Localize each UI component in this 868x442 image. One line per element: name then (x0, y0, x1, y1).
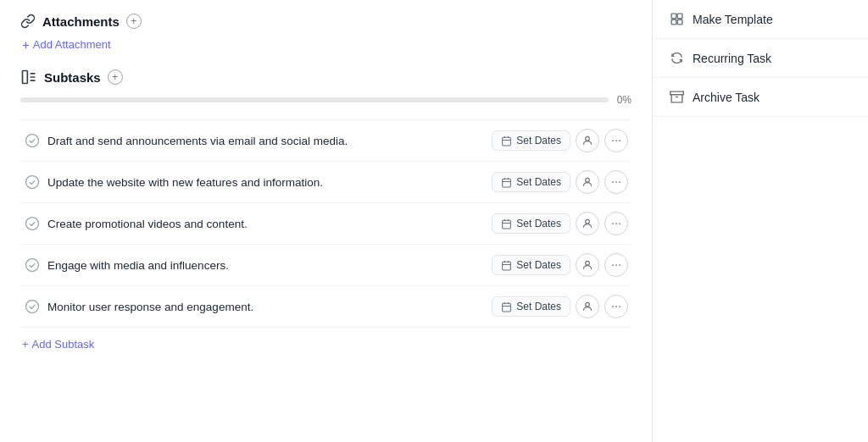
svg-point-25 (26, 301, 39, 313)
assign-user-button[interactable] (576, 212, 599, 235)
set-dates-button[interactable]: Set Dates (492, 213, 570, 234)
set-dates-button[interactable]: Set Dates (492, 172, 570, 192)
assign-user-button[interactable] (576, 253, 599, 277)
subtask-item: Engage with media and influencers. Set D… (20, 245, 632, 286)
ellipsis-icon (610, 135, 622, 146)
svg-point-4 (612, 140, 614, 141)
svg-rect-33 (671, 19, 676, 25)
subtask-actions: Set Dates (492, 170, 628, 194)
assign-user-button[interactable] (576, 295, 599, 318)
set-dates-button[interactable]: Set Dates (492, 130, 570, 151)
more-options-button[interactable] (604, 129, 628, 152)
subtask-icon (20, 69, 37, 86)
progress-label: 0% (617, 94, 632, 106)
main-content: Attachments + + Add Attachment Subtasks … (0, 0, 653, 442)
svg-rect-2 (503, 137, 511, 146)
more-options-button[interactable] (604, 170, 628, 194)
svg-point-21 (586, 261, 590, 265)
subtask-text: Engage with media and influencers. (47, 259, 485, 272)
svg-point-18 (619, 223, 620, 224)
check-circle-icon[interactable] (24, 257, 41, 273)
ellipsis-icon (610, 218, 622, 229)
svg-rect-14 (503, 220, 511, 229)
svg-point-15 (586, 219, 590, 224)
subtasks-title: Subtasks (44, 70, 101, 85)
add-attachment-link[interactable]: + Add Attachment (22, 37, 632, 52)
sidebar-item-archive-task[interactable]: Archive Task (653, 78, 868, 117)
svg-point-17 (615, 223, 617, 224)
svg-point-1 (26, 135, 39, 147)
calendar-icon (501, 177, 512, 188)
attachment-icon (20, 14, 36, 29)
progress-bar-track (20, 97, 609, 102)
calendar-icon (501, 135, 512, 146)
subtasks-header: Subtasks + (20, 69, 632, 86)
sidebar-item-make-template[interactable]: Make Template (653, 0, 868, 39)
svg-rect-34 (677, 19, 682, 25)
sidebar-item-label: Recurring Task (693, 52, 771, 65)
subtask-actions: Set Dates (492, 129, 628, 152)
user-icon (581, 176, 593, 188)
ellipsis-icon (610, 176, 622, 188)
attachments-title: Attachments (42, 14, 120, 29)
svg-point-7 (26, 176, 39, 189)
svg-point-22 (612, 264, 614, 266)
user-icon (581, 218, 593, 229)
svg-rect-20 (503, 262, 511, 270)
set-dates-button[interactable]: Set Dates (492, 296, 570, 317)
add-subtask-circle-btn[interactable]: + (108, 69, 123, 85)
ellipsis-icon (610, 301, 622, 312)
calendar-icon (501, 260, 512, 271)
sidebar-item-recurring-task[interactable]: Recurring Task (653, 39, 868, 78)
subtask-item: Monitor user response and engagement. Se… (20, 286, 632, 328)
svg-rect-32 (677, 14, 682, 19)
svg-point-6 (619, 140, 620, 141)
svg-point-3 (586, 136, 590, 141)
calendar-icon (501, 218, 512, 229)
subtask-item: Create promotional videos and content. S… (20, 203, 632, 245)
check-circle-icon[interactable] (24, 298, 41, 315)
add-subtask-link[interactable]: + Add Subtask (22, 338, 632, 351)
more-options-button[interactable] (604, 295, 628, 318)
sidebar-item-label: Make Template (693, 13, 773, 26)
svg-rect-0 (23, 71, 28, 84)
user-icon (581, 259, 593, 271)
subtask-text: Draft and send announcements via email a… (47, 135, 485, 147)
subtask-item: Draft and send announcements via email a… (20, 119, 632, 162)
recurring-icon (670, 51, 684, 65)
subtask-actions: Set Dates (492, 253, 628, 277)
add-attachment-circle-btn[interactable]: + (126, 14, 142, 29)
subtask-list: Draft and send announcements via email a… (20, 119, 632, 328)
subtask-text: Monitor user response and engagement. (47, 301, 485, 313)
ellipsis-icon (610, 259, 622, 271)
svg-point-5 (615, 140, 617, 141)
svg-point-29 (615, 306, 617, 307)
svg-rect-31 (671, 14, 676, 19)
assign-user-button[interactable] (576, 129, 599, 152)
check-circle-icon[interactable] (24, 132, 41, 149)
subtask-actions: Set Dates (492, 295, 628, 318)
template-icon (670, 12, 684, 26)
svg-point-10 (612, 181, 614, 183)
progress-bar-container: 0% (20, 94, 632, 106)
svg-point-27 (586, 302, 590, 307)
check-circle-icon[interactable] (24, 174, 41, 191)
attachments-header: Attachments + (20, 14, 632, 29)
assign-user-button[interactable] (576, 170, 599, 194)
svg-rect-26 (503, 303, 511, 312)
svg-point-9 (586, 178, 590, 182)
user-icon (581, 135, 593, 146)
more-options-button[interactable] (604, 253, 628, 277)
svg-point-30 (619, 306, 620, 307)
svg-rect-8 (503, 179, 511, 187)
set-dates-button[interactable]: Set Dates (492, 255, 570, 275)
subtasks-section: Subtasks + 0% Draft and send announcemen… (20, 69, 632, 351)
svg-point-23 (615, 264, 617, 266)
subtask-item: Update the website with new features and… (20, 162, 632, 203)
sidebar-item-label: Archive Task (693, 91, 760, 104)
subtask-text: Create promotional videos and content. (47, 218, 485, 230)
svg-point-24 (619, 264, 620, 266)
svg-point-19 (26, 259, 39, 272)
check-circle-icon[interactable] (24, 215, 41, 232)
more-options-button[interactable] (604, 212, 628, 235)
